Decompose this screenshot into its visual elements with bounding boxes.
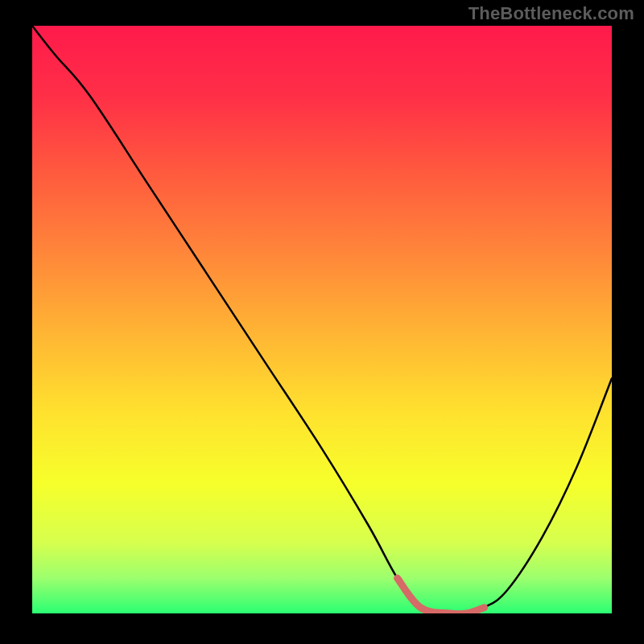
- bottleneck-curve: [32, 26, 612, 613]
- chart-frame: TheBottleneck.com: [0, 0, 644, 644]
- curve-layer: [32, 26, 612, 613]
- accent-segment: [398, 578, 485, 613]
- attribution-label: TheBottleneck.com: [469, 3, 634, 24]
- plot-area: [32, 26, 612, 613]
